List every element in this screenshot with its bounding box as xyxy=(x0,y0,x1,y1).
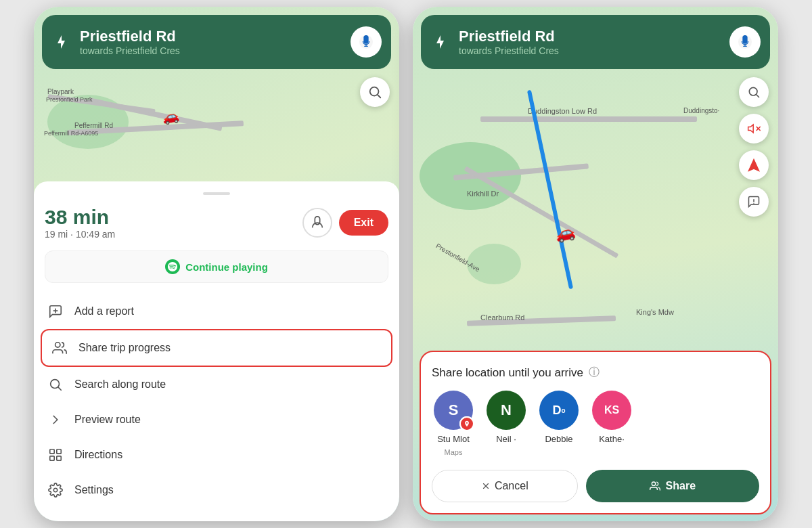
contact-debbie[interactable]: Do Debbie xyxy=(537,391,581,444)
share-panel: Share location until you arrive ⓘ S ✓ St… xyxy=(420,351,771,514)
contact-kath[interactable]: KS Kathe· xyxy=(590,391,633,444)
map-label-playpark: Playpark xyxy=(47,88,74,95)
svg-rect-10 xyxy=(50,456,54,460)
nav-towards: towards Priestfield Cres xyxy=(80,45,342,56)
map-label-kingsmdw: King's Mdw xyxy=(636,308,674,316)
menu-item-preview-route[interactable]: Preview route xyxy=(34,402,399,437)
contact-stu[interactable]: S ✓ Stu Mlot Maps xyxy=(432,391,475,456)
mic-button[interactable] xyxy=(351,26,382,58)
nav-text: Priestfield Rd towards Priestfield Cres xyxy=(80,28,342,56)
contact-name-debbie: Debbie xyxy=(545,434,572,444)
car-marker: 🚗 xyxy=(161,107,181,126)
trip-detail: 19 mi · 10:49 am xyxy=(45,229,296,240)
cancel-button[interactable]: Cancel xyxy=(432,470,578,502)
search-route-label: Search along route xyxy=(74,378,166,391)
cancel-label: Cancel xyxy=(495,480,528,492)
road-duddingston xyxy=(480,116,697,122)
share-actions: Cancel Share xyxy=(432,470,759,502)
right-phone: 🚗 Duddingston Low Rd Duddingsto· Kirkhil… xyxy=(413,7,778,521)
nav-street-right: Priestfield Rd xyxy=(459,28,721,45)
settings-label: Settings xyxy=(74,484,114,496)
contact-name-stu: Stu Mlot xyxy=(437,434,470,444)
nav-street: Priestfield Rd xyxy=(80,28,342,45)
map-label-duddingston2: Duddingsto· xyxy=(683,107,719,114)
mic-button-right[interactable] xyxy=(729,26,761,58)
contact-avatar-debbie: Do xyxy=(539,391,579,430)
svg-marker-20 xyxy=(749,160,759,171)
report-control-button[interactable] xyxy=(739,187,769,217)
trip-time: 38 min 19 mi · 10:49 am xyxy=(45,206,296,240)
menu-item-search-route[interactable]: Search along route xyxy=(34,367,399,402)
nav-arrow-icon-right xyxy=(430,32,451,52)
svg-rect-11 xyxy=(57,456,61,460)
location-control-button[interactable] xyxy=(739,150,769,180)
contact-name-kath: Kathe· xyxy=(599,434,625,444)
contact-sub-stu: Maps xyxy=(445,448,463,456)
svg-point-12 xyxy=(53,488,58,492)
nav-text-right: Priestfield Rd towards Priestfield Cres xyxy=(459,28,721,56)
share-trip-icon xyxy=(51,340,68,356)
nav-towards-right: towards Priestfield Cres xyxy=(459,45,721,56)
svg-point-6 xyxy=(55,343,60,347)
menu-item-directions[interactable]: Directions xyxy=(34,437,399,472)
share-panel-title: Share location until you arrive ⓘ xyxy=(432,366,759,380)
svg-rect-9 xyxy=(57,449,61,454)
preview-route-icon xyxy=(47,412,64,428)
nav-bar-right: Priestfield Rd towards Priestfield Cres xyxy=(421,15,770,69)
add-report-label: Add a report xyxy=(74,305,134,317)
map-label-clearburn: Clearburn Rd xyxy=(480,313,524,322)
mute-control-button[interactable] xyxy=(739,114,769,144)
exit-button[interactable]: Exit xyxy=(339,210,388,236)
maps-badge-stu xyxy=(459,416,474,431)
svg-point-25 xyxy=(652,482,655,485)
info-icon: ⓘ xyxy=(589,366,600,380)
nav-arrow-icon xyxy=(51,32,72,52)
spotify-label: Continue playing xyxy=(185,261,268,273)
menu-item-settings[interactable]: Settings xyxy=(34,472,399,508)
search-control-button[interactable] xyxy=(739,77,769,107)
trip-info: 38 min 19 mi · 10:49 am Exit xyxy=(34,206,399,250)
left-phone: 🚗 Playpark Prestonfield Park Peffermill … xyxy=(34,7,399,521)
settings-icon xyxy=(47,482,64,498)
map-controls xyxy=(739,77,769,217)
spotify-icon xyxy=(165,259,180,274)
map-search-button[interactable] xyxy=(360,77,390,107)
svg-rect-8 xyxy=(50,449,54,454)
route-options-button[interactable] xyxy=(302,208,332,238)
contact-avatar-stu: S ✓ xyxy=(434,391,473,430)
share-panel-title-text: Share location until you arrive xyxy=(432,366,583,380)
share-trip-label: Share trip progress xyxy=(78,342,171,354)
contact-avatar-kath: KS xyxy=(592,391,631,430)
add-report-icon xyxy=(47,303,64,320)
svg-point-22 xyxy=(753,203,754,204)
preview-route-label: Preview route xyxy=(74,414,141,426)
sheet-handle xyxy=(203,192,230,195)
nav-bar: Priestfield Rd towards Priestfield Cres xyxy=(42,15,391,69)
contact-neil[interactable]: N Neil · xyxy=(484,391,528,444)
map-label-kirkhill: Kirkhill Dr xyxy=(467,190,499,198)
map-label-duddingston: Duddingston Low Rd xyxy=(528,107,597,115)
bottom-sheet: 38 min 19 mi · 10:49 am Exit Continue pl… xyxy=(34,181,399,521)
directions-label: Directions xyxy=(74,449,122,461)
share-button[interactable]: Share xyxy=(586,470,759,502)
car-marker-right: 🚗 xyxy=(553,221,577,244)
search-route-icon xyxy=(47,376,64,393)
contacts-row: S ✓ Stu Mlot Maps N Neil · Do Debbie xyxy=(432,391,759,456)
menu-item-share-trip[interactable]: Share trip progress xyxy=(41,329,392,367)
trip-minutes: 38 min xyxy=(45,206,296,229)
map-label-park: Prestonfield Park xyxy=(46,96,93,103)
map-label-road: Peffermill Rd xyxy=(74,122,113,129)
map-label-a6095: Peffermill Rd-A6095 xyxy=(44,130,98,137)
spotify-bar[interactable]: Continue playing xyxy=(45,250,388,283)
menu-item-add-report[interactable]: Add a report xyxy=(34,294,399,329)
share-label: Share xyxy=(666,480,696,492)
contact-name-neil: Neil · xyxy=(496,434,516,444)
contact-avatar-neil: N xyxy=(487,391,526,430)
directions-icon xyxy=(47,447,64,463)
